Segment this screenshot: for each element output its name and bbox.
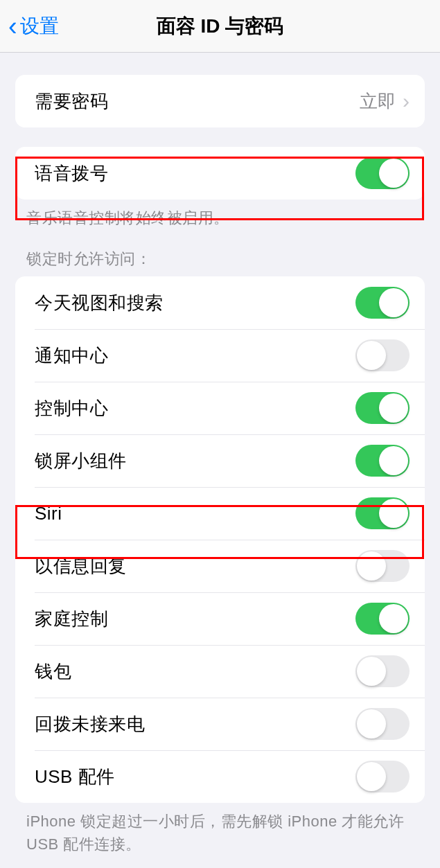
row-label: 钱包 — [35, 659, 71, 684]
page-title: 面容 ID 与密码 — [157, 13, 284, 39]
lock-access-toggle[interactable] — [355, 761, 410, 792]
lock-access-row: USB 配件 — [15, 750, 425, 803]
row-value: 立即 › — [360, 89, 410, 114]
lock-access-toggle[interactable] — [355, 708, 410, 740]
row-label: Siri — [35, 503, 62, 524]
group-footer: 音乐语音控制将始终被启用。 — [0, 200, 440, 229]
switch-knob — [357, 762, 386, 791]
lock-access-toggle[interactable] — [355, 392, 410, 424]
switch-knob — [379, 604, 408, 633]
require-passcode-row[interactable]: 需要密码 立即 › — [15, 75, 425, 127]
switch-knob — [357, 551, 386, 581]
row-label: 需要密码 — [35, 89, 108, 114]
switch-knob — [357, 709, 386, 738]
group-lock-access: 锁定时允许访问： 今天视图和搜索通知中心控制中心锁屏小组件Siri以信息回复家庭… — [0, 249, 440, 856]
content: 需要密码 立即 › 语音拨号 音乐语音控制将始终被启用。 锁定时允许访问： 今天… — [0, 75, 440, 856]
lock-access-row: 今天视图和搜索 — [15, 276, 425, 329]
switch-knob — [379, 393, 408, 423]
lock-access-toggle[interactable] — [355, 603, 410, 635]
lock-access-row: 家庭控制 — [15, 592, 425, 645]
row-label: 通知中心 — [35, 344, 108, 368]
row-value-text: 立即 — [360, 89, 396, 114]
back-button[interactable]: ‹ 设置 — [0, 13, 59, 39]
row-label: 今天视图和搜索 — [35, 291, 164, 315]
switch-knob — [379, 499, 408, 528]
lock-access-toggle[interactable] — [355, 550, 410, 582]
row-label: 语音拨号 — [35, 161, 108, 186]
switch-knob — [357, 657, 386, 686]
chevron-left-icon: ‹ — [8, 13, 17, 39]
lock-access-row: Siri — [15, 487, 425, 540]
row-label: USB 配件 — [35, 765, 115, 789]
row-label: 锁屏小组件 — [35, 449, 127, 473]
group-voice-dial: 语音拨号 音乐语音控制将始终被启用。 — [0, 147, 440, 229]
group-header: 锁定时允许访问： — [0, 249, 440, 276]
switch-knob — [379, 446, 408, 475]
lock-access-toggle[interactable] — [355, 655, 410, 687]
lock-access-toggle[interactable] — [355, 339, 410, 371]
group-footer: iPhone 锁定超过一小时后，需先解锁 iPhone 才能允许USB 配件连接… — [0, 803, 440, 856]
row-label: 家庭控制 — [35, 607, 108, 631]
lock-access-row: 控制中心 — [15, 382, 425, 434]
switch-knob — [357, 341, 386, 370]
voice-dial-toggle[interactable] — [355, 157, 410, 189]
lock-access-row: 回拨未接来电 — [15, 698, 425, 750]
lock-access-toggle[interactable] — [355, 445, 410, 477]
row-label: 回拨未接来电 — [35, 712, 145, 736]
group-passcode: 需要密码 立即 › — [0, 75, 440, 127]
lock-access-toggle[interactable] — [355, 497, 410, 529]
lock-access-row: 以信息回复 — [15, 540, 425, 592]
lock-access-row: 通知中心 — [15, 329, 425, 382]
row-label: 控制中心 — [35, 396, 108, 420]
switch-knob — [379, 288, 408, 317]
switch-knob — [379, 159, 408, 188]
lock-access-row: 钱包 — [15, 645, 425, 698]
lock-access-toggle[interactable] — [355, 287, 410, 319]
row-label: 以信息回复 — [35, 554, 127, 578]
lock-access-row: 锁屏小组件 — [15, 434, 425, 487]
voice-dial-row: 语音拨号 — [15, 147, 425, 200]
chevron-right-icon: › — [403, 89, 410, 113]
header: ‹ 设置 面容 ID 与密码 — [0, 0, 440, 53]
back-label: 设置 — [20, 13, 59, 39]
